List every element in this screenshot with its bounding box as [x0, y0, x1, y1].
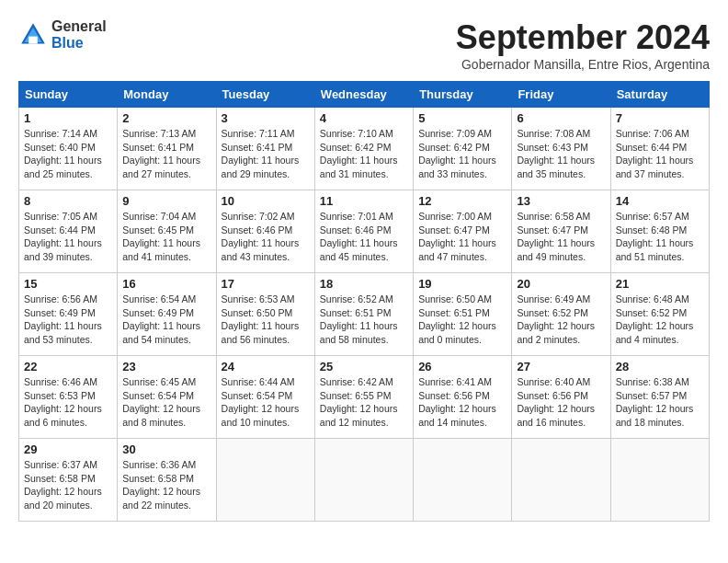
day-number: 25	[320, 360, 408, 373]
table-row: 24Sunrise: 6:44 AM Sunset: 6:54 PM Dayli…	[216, 356, 314, 439]
table-row: 12Sunrise: 7:00 AM Sunset: 6:47 PM Dayli…	[414, 190, 512, 273]
month-title: September 2024	[456, 18, 710, 57]
table-row: 20Sunrise: 6:49 AM Sunset: 6:52 PM Dayli…	[512, 273, 610, 356]
table-row: 21Sunrise: 6:48 AM Sunset: 6:52 PM Dayli…	[610, 273, 709, 356]
day-info: Sunrise: 6:54 AM Sunset: 6:49 PM Dayligh…	[122, 293, 210, 347]
day-info: Sunrise: 7:05 AM Sunset: 6:44 PM Dayligh…	[24, 210, 112, 264]
day-info: Sunrise: 6:42 AM Sunset: 6:55 PM Dayligh…	[320, 375, 408, 430]
calendar-week-row: 29Sunrise: 6:37 AM Sunset: 6:58 PM Dayli…	[19, 439, 710, 522]
day-number: 20	[517, 277, 605, 291]
table-row: 13Sunrise: 6:58 AM Sunset: 6:47 PM Dayli…	[512, 190, 610, 273]
day-info: Sunrise: 6:52 AM Sunset: 6:51 PM Dayligh…	[320, 293, 408, 347]
day-info: Sunrise: 7:11 AM Sunset: 6:41 PM Dayligh…	[222, 127, 310, 181]
logo-general-label: General	[51, 18, 107, 35]
day-info: Sunrise: 6:37 AM Sunset: 6:58 PM Dayligh…	[24, 458, 112, 512]
day-info: Sunrise: 7:13 AM Sunset: 6:41 PM Dayligh…	[122, 127, 210, 181]
table-row: 11Sunrise: 7:01 AM Sunset: 6:46 PM Dayli…	[314, 190, 413, 273]
calendar-week-row: 22Sunrise: 6:46 AM Sunset: 6:53 PM Dayli…	[19, 356, 710, 439]
table-row: 9Sunrise: 7:04 AM Sunset: 6:45 PM Daylig…	[118, 190, 216, 273]
day-number: 10	[222, 194, 310, 208]
day-number: 6	[517, 111, 605, 125]
day-number: 12	[418, 194, 506, 208]
day-info: Sunrise: 6:53 AM Sunset: 6:50 PM Dayligh…	[222, 293, 310, 347]
day-info: Sunrise: 7:06 AM Sunset: 6:44 PM Dayligh…	[616, 127, 704, 181]
table-row: 25Sunrise: 6:42 AM Sunset: 6:55 PM Dayli…	[314, 356, 413, 439]
title-area: September 2024 Gobernador Mansilla, Entr…	[456, 18, 710, 72]
day-number: 2	[122, 111, 210, 125]
col-tuesday: Tuesday	[216, 82, 314, 108]
table-row: 17Sunrise: 6:53 AM Sunset: 6:50 PM Dayli…	[216, 273, 314, 356]
day-number: 5	[418, 111, 506, 125]
day-info: Sunrise: 6:45 AM Sunset: 6:54 PM Dayligh…	[122, 375, 210, 430]
day-info: Sunrise: 6:44 AM Sunset: 6:54 PM Dayligh…	[222, 375, 310, 430]
calendar-table: Sunday Monday Tuesday Wednesday Thursday…	[18, 81, 710, 522]
day-number: 26	[418, 360, 506, 373]
day-number: 16	[122, 277, 210, 291]
table-row	[610, 439, 709, 522]
day-info: Sunrise: 6:41 AM Sunset: 6:56 PM Dayligh…	[418, 375, 506, 430]
day-info: Sunrise: 7:10 AM Sunset: 6:42 PM Dayligh…	[320, 127, 408, 181]
day-info: Sunrise: 6:57 AM Sunset: 6:48 PM Dayligh…	[616, 210, 704, 264]
day-number: 3	[222, 111, 310, 125]
day-number: 14	[616, 194, 704, 208]
table-row: 22Sunrise: 6:46 AM Sunset: 6:53 PM Dayli…	[19, 356, 118, 439]
day-number: 22	[24, 360, 112, 373]
col-friday: Friday	[512, 82, 610, 108]
logo: General Blue	[18, 18, 107, 51]
table-row: 5Sunrise: 7:09 AM Sunset: 6:42 PM Daylig…	[414, 108, 512, 190]
table-row: 3Sunrise: 7:11 AM Sunset: 6:41 PM Daylig…	[216, 108, 314, 190]
table-row	[216, 439, 314, 522]
table-row: 2Sunrise: 7:13 AM Sunset: 6:41 PM Daylig…	[118, 108, 216, 190]
col-wednesday: Wednesday	[314, 82, 413, 108]
table-row: 4Sunrise: 7:10 AM Sunset: 6:42 PM Daylig…	[314, 108, 413, 190]
day-info: Sunrise: 6:48 AM Sunset: 6:52 PM Dayligh…	[616, 293, 704, 347]
day-info: Sunrise: 6:46 AM Sunset: 6:53 PM Dayligh…	[24, 375, 112, 430]
day-number: 8	[24, 194, 112, 208]
table-row: 29Sunrise: 6:37 AM Sunset: 6:58 PM Dayli…	[19, 439, 118, 522]
logo-text: General Blue	[51, 18, 107, 51]
table-row: 28Sunrise: 6:38 AM Sunset: 6:57 PM Dayli…	[610, 356, 709, 439]
table-row: 6Sunrise: 7:08 AM Sunset: 6:43 PM Daylig…	[512, 108, 610, 190]
day-info: Sunrise: 7:04 AM Sunset: 6:45 PM Dayligh…	[122, 210, 210, 264]
day-number: 23	[122, 360, 210, 373]
day-info: Sunrise: 7:01 AM Sunset: 6:46 PM Dayligh…	[320, 210, 408, 264]
day-number: 9	[122, 194, 210, 208]
table-row: 19Sunrise: 6:50 AM Sunset: 6:51 PM Dayli…	[414, 273, 512, 356]
day-info: Sunrise: 6:38 AM Sunset: 6:57 PM Dayligh…	[616, 375, 704, 430]
day-number: 19	[418, 277, 506, 291]
day-number: 11	[320, 194, 408, 208]
page-header: General Blue September 2024 Gobernador M…	[18, 18, 710, 72]
table-row	[512, 439, 610, 522]
calendar-header-row: Sunday Monday Tuesday Wednesday Thursday…	[19, 82, 710, 108]
day-info: Sunrise: 6:40 AM Sunset: 6:56 PM Dayligh…	[517, 375, 605, 430]
table-row: 10Sunrise: 7:02 AM Sunset: 6:46 PM Dayli…	[216, 190, 314, 273]
day-info: Sunrise: 6:50 AM Sunset: 6:51 PM Dayligh…	[418, 293, 506, 347]
day-number: 4	[320, 111, 408, 125]
col-monday: Monday	[118, 82, 216, 108]
day-info: Sunrise: 7:08 AM Sunset: 6:43 PM Dayligh…	[517, 127, 605, 181]
day-number: 29	[24, 442, 112, 456]
day-number: 18	[320, 277, 408, 291]
day-info: Sunrise: 6:56 AM Sunset: 6:49 PM Dayligh…	[24, 293, 112, 347]
day-number: 17	[222, 277, 310, 291]
day-info: Sunrise: 7:00 AM Sunset: 6:47 PM Dayligh…	[418, 210, 506, 264]
col-saturday: Saturday	[610, 82, 709, 108]
day-info: Sunrise: 7:02 AM Sunset: 6:46 PM Dayligh…	[222, 210, 310, 264]
day-number: 21	[616, 277, 704, 291]
day-info: Sunrise: 7:14 AM Sunset: 6:40 PM Dayligh…	[24, 127, 112, 181]
table-row: 14Sunrise: 6:57 AM Sunset: 6:48 PM Dayli…	[610, 190, 709, 273]
day-info: Sunrise: 6:49 AM Sunset: 6:52 PM Dayligh…	[517, 293, 605, 347]
table-row: 27Sunrise: 6:40 AM Sunset: 6:56 PM Dayli…	[512, 356, 610, 439]
table-row: 15Sunrise: 6:56 AM Sunset: 6:49 PM Dayli…	[19, 273, 118, 356]
svg-rect-2	[28, 36, 38, 43]
calendar-week-row: 8Sunrise: 7:05 AM Sunset: 6:44 PM Daylig…	[19, 190, 710, 273]
day-number: 28	[616, 360, 704, 373]
day-info: Sunrise: 6:58 AM Sunset: 6:47 PM Dayligh…	[517, 210, 605, 264]
logo-blue-label: Blue	[51, 35, 107, 52]
day-info: Sunrise: 7:09 AM Sunset: 6:42 PM Dayligh…	[418, 127, 506, 181]
day-number: 7	[616, 111, 704, 125]
table-row: 23Sunrise: 6:45 AM Sunset: 6:54 PM Dayli…	[118, 356, 216, 439]
day-info: Sunrise: 6:36 AM Sunset: 6:58 PM Dayligh…	[122, 458, 210, 512]
table-row: 26Sunrise: 6:41 AM Sunset: 6:56 PM Dayli…	[414, 356, 512, 439]
location-subtitle: Gobernador Mansilla, Entre Rios, Argenti…	[456, 57, 710, 72]
